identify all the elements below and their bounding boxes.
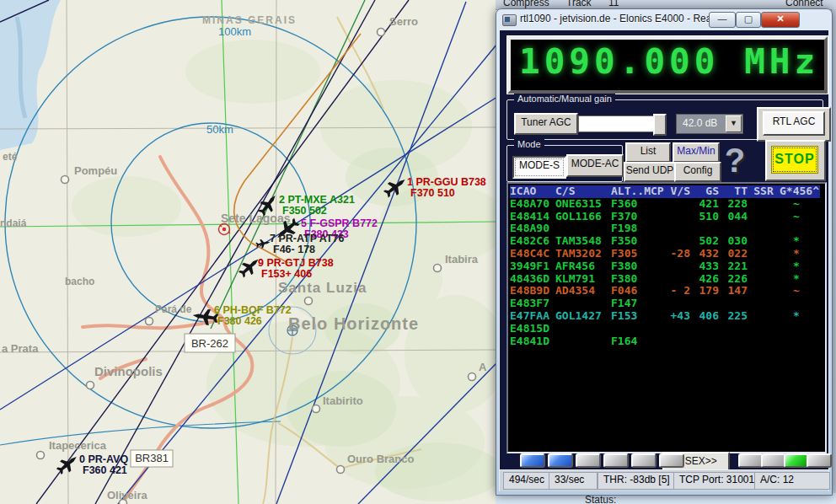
table-cell: * [780,260,813,273]
mode-s-button[interactable]: MODE-S [512,156,566,179]
help-icon[interactable]: ? [721,142,749,179]
minimize-button[interactable]: — [709,12,736,28]
table-cell: AD4354 [555,285,611,298]
road-label: BR381 [135,452,169,464]
table-cell: 022 [719,248,748,260]
road-label: BR-262 [191,337,228,350]
table-cell: * [780,310,813,323]
table-cell: 221 [719,260,748,273]
menu-item-connect[interactable]: Connect [785,0,823,8]
table-header-row: ICAOC/SALT..MCPV/SGSTTSSRG*456^ [510,185,820,198]
city-label: Santa Luzia [278,280,367,296]
table-row[interactable]: E48B9DAD4354F046- 2179147~ [510,285,820,298]
table-row[interactable]: E48A90F198 [510,223,820,235]
city-label: Belo Horizonte [288,314,419,333]
table-cell: F350 [611,235,660,248]
city-marker [37,452,45,459]
rtl-agc-button[interactable]: RTL AGC [763,111,825,136]
gain-groupbox: Automatic/Manual gain Tuner AGC 42.0 dB … [506,99,823,140]
title-bar[interactable]: rtl1090 - jetvision.de - Elonics E4000 -… [496,9,832,29]
aircraft-label-alt-speed: F360 421 [83,464,127,476]
table-row[interactable]: E483F7F147 [510,298,820,310]
table-cell: E48B9D [510,285,555,298]
stop-plate: STOP [765,140,826,181]
table-cell: * [780,273,813,286]
table-cell: E48A90 [510,223,555,235]
city-marker [87,382,94,389]
table-cell: * [780,248,813,260]
table-row[interactable]: E47FAAGOL1427F153+43406225* [510,310,820,323]
led-indicator-off[interactable] [576,453,601,468]
table-cell: 030 [719,235,748,248]
table-row[interactable]: E4815D [510,323,820,335]
status-cell: 33/sec [549,472,598,490]
aircraft-table: ICAOC/SALT..MCPV/SGSTTSSRG*456^E48A70ONE… [506,182,827,453]
table-cell: ONE6315 [555,198,611,211]
city-marker [146,318,153,325]
mode-ac-button[interactable]: MODE-AC [566,154,624,177]
table-row[interactable]: E4841DF164 [510,335,820,348]
send-udp-button[interactable]: Send UDP [624,162,676,182]
mode-group-label: Mode [514,139,544,149]
table-cell: -28 [660,248,690,260]
led-indicator-off[interactable] [761,453,786,468]
close-button[interactable]: ✕ [761,12,800,28]
city-label: Divinopolis [94,364,163,378]
aircraft-label-alt-speed: F46- 178 [273,244,315,255]
table-row[interactable]: E48414GOL1166F370510044~ [510,211,820,223]
aircraft-label-alt-speed: F350 502 [282,205,327,217]
table-cell: TAM3548 [555,235,611,248]
led-indicator-blue[interactable] [548,453,573,468]
table-cell: F164 [611,335,660,348]
table-row[interactable]: E48A70ONE6315F360421228~ [510,198,820,211]
status-cell: A/C: 12 [754,472,830,490]
config-button[interactable]: Config [674,162,721,182]
table-cell: V/S [660,185,690,198]
aircraft-label: 6 PH-BQF B772 [214,304,292,316]
menu-item[interactable]: Compress [503,0,549,8]
table-cell: 226 [719,273,748,286]
status-cell: TCP Port: 31001 [673,472,758,490]
rtl-agc-plate: RTL AGC [757,107,831,142]
gain-slider-thumb[interactable] [653,114,667,136]
city-label: Itabirito [323,394,363,407]
app-icon [502,14,517,26]
gain-dropdown[interactable]: 42.0 dB ▼ [676,114,743,134]
led-indicator-green[interactable] [784,453,809,468]
stop-button[interactable]: STOP [771,146,818,174]
table-row[interactable]: 48436DKLM791F380426226* [510,273,820,286]
table-cell: C/S [555,185,611,198]
table-cell: F305 [611,248,660,260]
table-row[interactable]: 3949F1AFR456F380433221* [510,260,820,273]
aircraft-label: 1 PR-GGU B738 [407,176,486,188]
led-indicator-off[interactable] [659,453,684,468]
table-row[interactable]: E482C6TAM3548F350502030* [510,235,820,248]
table-cell: 426 [690,273,719,286]
list-button[interactable]: List [625,142,671,163]
city-label: bacho [65,276,94,287]
led-indicator-off[interactable] [603,453,629,468]
menu-item[interactable]: Track [566,0,592,8]
table-cell: ~ [780,211,813,223]
table-cell: KLM791 [555,273,611,286]
table-cell: 421 [690,198,719,211]
ring-distance-label: 50km [206,123,233,136]
menu-item[interactable]: 11 [608,0,619,8]
city-label: Serro [389,15,418,28]
table-cell: +43 [660,310,690,323]
led-indicator-off[interactable] [807,453,832,468]
table-cell: F153 [611,310,660,323]
led-indicator-blue[interactable] [520,453,545,468]
table-row[interactable]: E48C4CTAM3202F305-28432022* [510,248,820,260]
dropdown-arrow-icon[interactable]: ▼ [726,115,742,132]
led-indicator-off[interactable] [738,453,764,468]
table-cell: F147 [611,298,660,310]
maximize-button[interactable]: ▢ [736,12,761,28]
city-label: Pompéu [74,164,117,177]
maxmin-button[interactable]: Max/Min [673,142,720,163]
table-cell: TT [719,185,748,198]
table-cell: 48436D [510,273,555,286]
gain-slider[interactable] [578,115,666,132]
led-indicator-off[interactable] [631,453,656,468]
tuner-agc-button[interactable]: Tuner AGC [514,113,578,135]
